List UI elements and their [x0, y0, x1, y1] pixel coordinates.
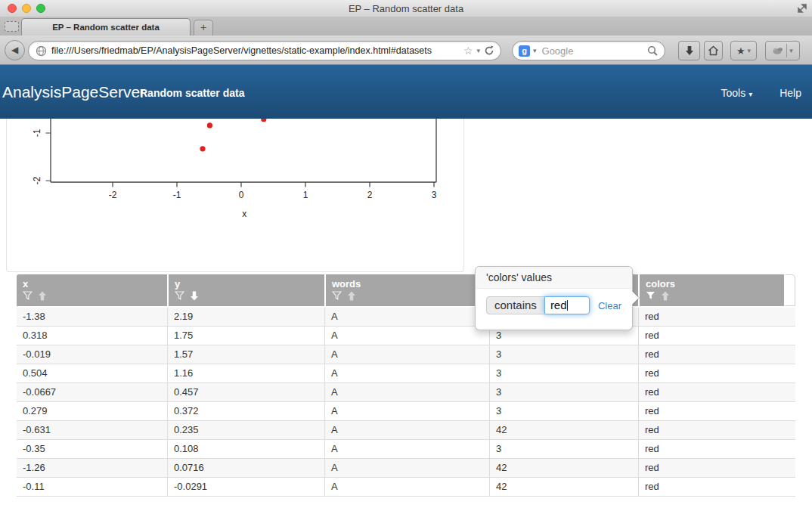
- back-button[interactable]: ◀: [5, 40, 25, 60]
- tools-caret-icon: ▾: [748, 90, 752, 98]
- text-cursor: [567, 300, 568, 311]
- downloads-button[interactable]: [678, 41, 700, 60]
- cell: 0.318: [17, 327, 167, 345]
- cell: A: [324, 459, 489, 477]
- search-icon[interactable]: [647, 45, 659, 57]
- table-row: -0.06670.457A3red: [17, 383, 795, 402]
- table-row: 0.3181.75A3red: [17, 327, 795, 345]
- column-header-x[interactable]: x: [17, 274, 167, 306]
- url-dropdown-caret-icon[interactable]: ▾: [476, 47, 480, 54]
- row-spacer: [784, 383, 795, 401]
- cell: 3: [489, 345, 638, 364]
- home-button[interactable]: [704, 41, 723, 60]
- clear-filter-link[interactable]: Clear: [598, 300, 621, 311]
- row-spacer: [784, 364, 795, 382]
- app-brand[interactable]: AnalysisPageServer: [2, 83, 145, 101]
- search-engine-caret-icon[interactable]: ▾: [533, 47, 537, 54]
- row-spacer: [784, 421, 795, 439]
- tab-groups-button[interactable]: [5, 21, 19, 32]
- url-text[interactable]: file:///Users/friedmab/EP/AnalysisPageSe…: [51, 45, 460, 56]
- navigation-toolbar: ◀ file:///Users/friedmab/EP/AnalysisPage…: [0, 36, 812, 65]
- cell: -0.631: [17, 421, 167, 439]
- table-row: -0.11-0.0291A42red: [17, 478, 795, 497]
- cell: -1.26: [17, 459, 167, 477]
- cell: 42: [489, 478, 638, 496]
- cell: A: [324, 440, 489, 458]
- search-input[interactable]: Google: [542, 45, 647, 57]
- table-row: -0.6310.235A42red: [17, 421, 795, 440]
- sort-up-icon[interactable]: [38, 291, 47, 301]
- row-spacer: [784, 478, 795, 496]
- url-bar[interactable]: file:///Users/friedmab/EP/AnalysisPageSe…: [28, 41, 501, 60]
- cell: 1.75: [167, 327, 324, 345]
- plot-panel: -2-10123-1-2x: [6, 119, 464, 272]
- page-title: Random scatter data: [140, 87, 244, 99]
- table-row: -1.260.0716A42red: [17, 459, 795, 478]
- table-header-row: x y words colors: [17, 274, 795, 306]
- browser-tab[interactable]: EP – Random scatter data: [21, 18, 191, 36]
- bookmark-star-icon[interactable]: ☆: [463, 45, 473, 57]
- filter-value-input[interactable]: red: [544, 296, 590, 314]
- cell: A: [324, 478, 489, 496]
- row-spacer: [784, 308, 795, 326]
- google-favicon: g: [519, 45, 530, 57]
- addon-icon: [772, 46, 784, 56]
- help-menu[interactable]: Help: [779, 87, 801, 99]
- filter-icon[interactable]: [175, 291, 184, 300]
- sort-up-icon[interactable]: [661, 291, 670, 301]
- scatter-plot: -2-10123-1-2x: [7, 119, 464, 272]
- tools-menu[interactable]: Tools▾: [721, 87, 752, 99]
- new-tab-button[interactable]: +: [194, 20, 213, 36]
- data-table: x y words colors -1.382.19Ared0.3181.75A…: [17, 274, 795, 497]
- reload-icon[interactable]: [484, 45, 494, 56]
- cell: 0.0716: [167, 459, 324, 477]
- data-point: [200, 146, 205, 151]
- cell: red: [638, 327, 784, 345]
- column-header-words[interactable]: words: [324, 274, 489, 306]
- fullscreen-icon[interactable]: [797, 3, 807, 14]
- table-row: -0.0191.57A3red: [17, 345, 795, 364]
- data-point: [261, 119, 266, 122]
- svg-text:x: x: [242, 209, 246, 219]
- filter-operator-label: contains: [486, 296, 545, 314]
- sort-down-icon[interactable]: [190, 291, 199, 301]
- bookmarks-button[interactable]: ★ ▾: [730, 41, 757, 60]
- cell: A: [324, 402, 489, 420]
- cell: A: [324, 383, 489, 401]
- cell: 0.108: [167, 440, 324, 458]
- column-header-y[interactable]: y: [167, 274, 324, 306]
- download-icon: [684, 45, 695, 56]
- cell: 3: [489, 440, 638, 458]
- cell: -0.35: [17, 440, 167, 458]
- sort-up-icon[interactable]: [347, 291, 356, 301]
- globe-icon: [36, 45, 47, 57]
- cell: red: [638, 421, 784, 439]
- filter-icon[interactable]: [23, 291, 33, 300]
- filter-icon[interactable]: [646, 291, 655, 300]
- column-header-colors[interactable]: colors: [638, 274, 784, 306]
- cell: A: [324, 364, 489, 382]
- svg-text:-1: -1: [173, 190, 181, 200]
- search-bar[interactable]: g ▾ Google: [512, 41, 665, 60]
- svg-text:-1: -1: [32, 128, 42, 137]
- table-row: 0.5041.16A3red: [17, 364, 795, 383]
- cell: -0.11: [17, 478, 167, 496]
- addon-button[interactable]: ▾: [765, 41, 800, 60]
- cell: A: [324, 308, 489, 326]
- cell: 0.279: [17, 402, 167, 420]
- cell: A: [324, 327, 489, 345]
- cell: red: [638, 308, 784, 326]
- addon-caret-icon[interactable]: ▾: [789, 47, 793, 54]
- svg-text:2: 2: [367, 190, 373, 200]
- filter-icon[interactable]: [332, 291, 342, 300]
- cell: A: [324, 345, 489, 364]
- cell: red: [638, 383, 784, 401]
- cell: 0.235: [167, 421, 324, 439]
- app-navbar: AnalysisPageServer Random scatter data T…: [0, 65, 812, 119]
- cell: -0.0291: [167, 478, 324, 496]
- svg-text:-2: -2: [32, 176, 42, 184]
- cell: 3: [489, 383, 638, 401]
- data-point: [207, 122, 212, 128]
- window-titlebar[interactable]: EP – Random scatter data: [0, 0, 812, 17]
- cell: red: [638, 345, 784, 364]
